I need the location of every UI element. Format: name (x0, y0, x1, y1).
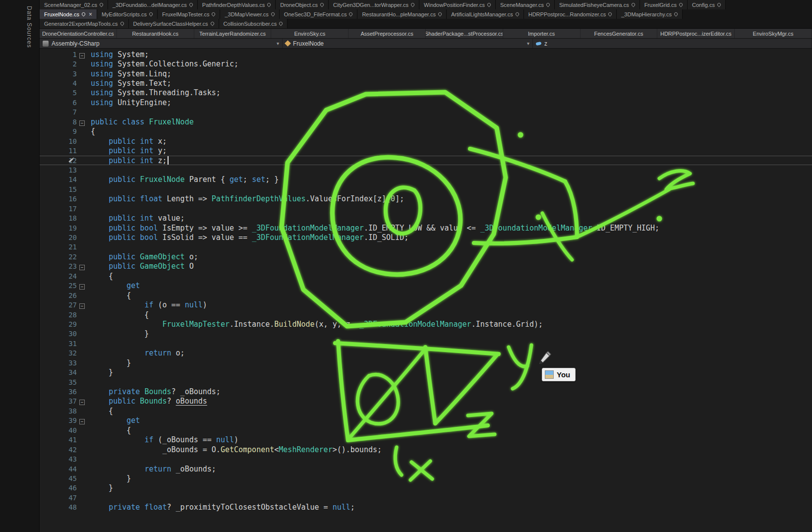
line-number[interactable]: 36 (40, 388, 77, 396)
line-number[interactable]: 14 (40, 176, 77, 183)
chevron-down-icon[interactable]: ▾ (523, 41, 529, 46)
fold-collapse-icon[interactable]: − (79, 265, 85, 270)
pin-icon[interactable] (438, 12, 443, 17)
line-number[interactable]: 6 (40, 99, 77, 107)
line-number[interactable]: 39 (40, 416, 77, 424)
tab-deliverysurfaceclasshelper-cs[interactable]: DeliverySurfaceClassHelper.cs (129, 19, 219, 28)
line-number[interactable]: 10 (40, 137, 77, 145)
code-line-45[interactable]: 45 } (40, 473, 812, 483)
project-dropdown[interactable]: Assembly-CSharp ▾ (40, 39, 283, 48)
line-number[interactable]: 18 (40, 214, 77, 222)
line-number[interactable]: 20 (40, 234, 77, 241)
pin-icon[interactable] (546, 2, 551, 7)
code-line-18[interactable]: 18 public int value; (40, 213, 812, 223)
fold-column[interactable]: − (77, 118, 90, 126)
tab-fencesgenerator-cs[interactable]: FencesGenerator.cs (580, 29, 658, 38)
line-number[interactable]: 26 (40, 292, 77, 299)
tab-simulatedfisheyecamera-cs[interactable]: SimulatedFisheyeCamera.cs (555, 0, 640, 9)
code-line-34[interactable]: 34 } (40, 367, 812, 377)
pin-icon[interactable] (188, 2, 193, 7)
line-number[interactable]: 3 (40, 70, 77, 78)
tab-pathfinderdepthvalues-cs[interactable]: PathfinderDepthValues.cs (198, 0, 276, 9)
tab-fruxelmaptester-cs[interactable]: FruxelMapTester.cs (158, 9, 220, 19)
fold-collapse-icon[interactable]: − (79, 303, 85, 309)
chevron-down-icon[interactable]: ▾ (273, 41, 279, 46)
tab-fruxelgrid-cs[interactable]: FruxelGrid.cs (640, 0, 688, 9)
pin-icon[interactable] (211, 12, 216, 17)
code-line-48[interactable]: 48 private float? _proximityToClosestObs… (40, 503, 812, 512)
pin-icon[interactable] (716, 2, 721, 7)
tab-importer-cs[interactable]: Importer.cs (503, 29, 580, 38)
member-dropdown[interactable]: z (533, 39, 812, 48)
pin-icon[interactable] (119, 21, 124, 26)
tab-hdrppostproc-izereditor-cs[interactable]: HDRPPostproc...izerEditor.cs (657, 29, 735, 38)
line-number[interactable]: 48 (40, 503, 77, 511)
fold-column[interactable]: − (77, 300, 90, 309)
code-line-23[interactable]: 23− public GameObject O (40, 262, 812, 271)
tab-assetpreprocessor-cs[interactable]: AssetPreprocessor.cs (348, 29, 426, 38)
tab-citygen3dgen-torwrapper-cs[interactable]: CityGen3DGen...torWrapper.cs (329, 0, 419, 9)
line-number[interactable]: 47 (40, 494, 77, 502)
line-number[interactable]: 31 (40, 340, 77, 348)
fold-collapse-icon[interactable]: − (79, 284, 85, 290)
pin-icon[interactable] (270, 12, 275, 17)
line-number[interactable]: 32 (40, 349, 77, 357)
tab-artificiallightsmanager-cs[interactable]: ArtificialLightsManager.cs (447, 9, 524, 19)
code-line-46[interactable]: 46 } (40, 483, 812, 493)
code-line-1[interactable]: 1−using System; (40, 50, 812, 59)
line-number[interactable]: 24 (40, 272, 77, 280)
line-number[interactable]: 35 (40, 378, 77, 386)
code-line-40[interactable]: 40 { (40, 425, 812, 435)
line-number[interactable]: 46 (40, 484, 77, 492)
code-line-11[interactable]: 11 public int y; (40, 146, 812, 155)
fold-column[interactable]: − (77, 416, 90, 425)
pin-icon[interactable] (348, 12, 353, 17)
line-number[interactable]: 22 (40, 253, 77, 261)
code-line-7[interactable]: 7 (40, 108, 812, 117)
code-editor[interactable]: 1−using System;2using System.Collections… (40, 49, 812, 532)
tab--3dfoundatio-delmanager-cs[interactable]: _3DFoundatio...delManager.cs (108, 0, 198, 9)
pin-icon[interactable] (149, 12, 154, 17)
code-line-43[interactable]: 43 (40, 454, 812, 464)
line-number[interactable]: 8 (40, 118, 77, 126)
line-number[interactable]: 5 (40, 89, 77, 97)
code-line-20[interactable]: 20 public bool IsSolid => value == _3DFo… (40, 233, 812, 242)
tab-myeditorscripts-cs[interactable]: MyEditorScripts.cs (97, 9, 158, 19)
line-number[interactable]: 13 (40, 166, 77, 174)
line-number[interactable]: 42 (40, 446, 77, 454)
code-line-5[interactable]: 5using System.Threading.Tasks; (40, 88, 812, 98)
pin-icon[interactable] (487, 2, 492, 7)
line-number[interactable]: 17 (40, 205, 77, 213)
pin-icon[interactable] (279, 21, 284, 26)
code-line-30[interactable]: 30 } (40, 329, 812, 339)
line-number[interactable]: 23 (40, 262, 77, 270)
code-line-37[interactable]: 37− public Bounds? oBounds (40, 397, 812, 406)
pin-icon[interactable] (267, 2, 272, 7)
code-line-21[interactable]: 21 (40, 242, 812, 252)
line-number[interactable]: 28 (40, 311, 77, 319)
code-line-22[interactable]: 22 public GameObject o; (40, 252, 812, 261)
tab-scenemanager-02-cs[interactable]: SceneManager_02.cs (40, 0, 108, 9)
tab-generator2exportmaptools-cs[interactable]: Generator2ExportMapTools.cs (40, 19, 129, 28)
pin-icon[interactable] (608, 12, 613, 17)
line-number[interactable]: 21 (40, 243, 77, 251)
code-line-16[interactable]: 16 public float Length => PathfinderDept… (40, 194, 812, 204)
fold-collapse-icon[interactable]: − (79, 120, 85, 126)
code-line-44[interactable]: 44 return _oBounds; (40, 464, 812, 473)
code-line-41[interactable]: 41 if (_oBounds == null) (40, 435, 812, 445)
code-line-3[interactable]: 3using System.Linq; (40, 69, 812, 78)
line-number[interactable]: 16 (40, 195, 77, 203)
code-line-10[interactable]: 10 public int x; (40, 136, 812, 146)
code-line-35[interactable]: 35 (40, 377, 812, 387)
tab-fruxelnode-cs[interactable]: FruxelNode.cs× (40, 9, 97, 19)
tab-collisionsubscriber-cs[interactable]: CollisionSubscriber.cs (219, 19, 288, 28)
code-line-38[interactable]: 38 { (40, 406, 812, 415)
code-line-13[interactable]: 13 (40, 165, 812, 175)
line-number[interactable]: 33 (40, 359, 77, 367)
line-number[interactable]: 45 (40, 474, 77, 482)
code-line-28[interactable]: 28 { (40, 310, 812, 319)
line-number[interactable]: 41 (40, 436, 77, 444)
pin-icon[interactable] (320, 2, 325, 7)
code-line-33[interactable]: 33 } (40, 358, 812, 367)
tab-hdrppostproc-randomizer-cs[interactable]: HDRPPostproc...Randomizer.cs (524, 9, 617, 19)
